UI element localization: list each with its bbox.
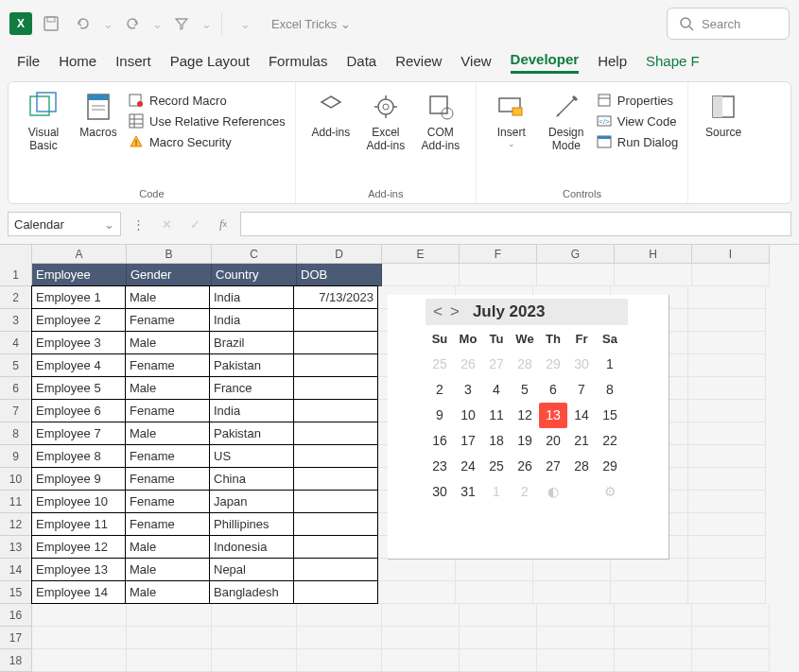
calendar-date[interactable]: 25 bbox=[482, 454, 511, 479]
calendar-next-button[interactable]: > bbox=[448, 302, 461, 321]
calendar-date[interactable]: 10 bbox=[454, 403, 482, 428]
chevron-down-icon[interactable]: ⌄ bbox=[151, 10, 163, 37]
row-header[interactable]: 18 bbox=[0, 649, 32, 672]
calendar-date[interactable]: 19 bbox=[511, 428, 539, 454]
cell[interactable] bbox=[456, 559, 533, 581]
cell[interactable]: Fename bbox=[125, 512, 210, 536]
cell[interactable] bbox=[32, 604, 127, 627]
cell[interactable]: Employee 7 bbox=[31, 422, 126, 445]
cell[interactable] bbox=[533, 559, 611, 581]
fx-icon[interactable]: fx bbox=[212, 213, 234, 235]
qat-customize-icon[interactable]: ⌄ bbox=[232, 10, 258, 37]
cell[interactable] bbox=[692, 627, 770, 649]
calendar-date[interactable]: 1 bbox=[596, 352, 624, 377]
calendar-date[interactable]: 8 bbox=[596, 377, 624, 403]
col-header[interactable]: E bbox=[382, 245, 460, 264]
cell[interactable] bbox=[692, 649, 770, 672]
col-header[interactable]: F bbox=[460, 245, 537, 264]
document-name[interactable]: Excel Tricks ⌄ bbox=[264, 17, 358, 31]
row-header[interactable]: 15 bbox=[0, 581, 32, 604]
cell[interactable] bbox=[537, 264, 615, 286]
tab-file[interactable]: File bbox=[17, 53, 40, 73]
calendar-date[interactable]: 3 bbox=[454, 377, 482, 403]
source-button[interactable]: Source bbox=[698, 88, 749, 141]
cell[interactable]: Employee 2 bbox=[31, 308, 126, 332]
tab-data[interactable]: Data bbox=[346, 53, 376, 73]
cell[interactable] bbox=[688, 491, 766, 513]
tab-home[interactable]: Home bbox=[59, 53, 96, 73]
cell[interactable]: India bbox=[209, 285, 294, 309]
cell[interactable]: Employee 4 bbox=[31, 353, 126, 377]
cell[interactable] bbox=[460, 649, 537, 672]
calendar-date[interactable]: 21 bbox=[567, 428, 596, 454]
cell[interactable]: Fename bbox=[125, 467, 210, 491]
calendar-date[interactable]: 27 bbox=[539, 454, 567, 479]
cell[interactable] bbox=[615, 264, 692, 286]
calendar-date[interactable]: 28 bbox=[511, 352, 539, 377]
row-header[interactable]: 8 bbox=[0, 422, 32, 445]
row-header[interactable]: 16 bbox=[0, 604, 32, 627]
cell[interactable]: Male bbox=[125, 535, 210, 559]
calendar-date[interactable]: 25 bbox=[426, 352, 454, 377]
calendar-date[interactable]: 30 bbox=[567, 352, 596, 377]
cell[interactable]: Male bbox=[125, 376, 210, 400]
tab-developer[interactable]: Developer bbox=[511, 51, 580, 74]
cell[interactable] bbox=[537, 627, 615, 649]
filter-icon[interactable] bbox=[168, 10, 195, 37]
cell[interactable]: Employee 10 bbox=[31, 490, 126, 513]
calendar-date[interactable]: 31 bbox=[454, 479, 482, 505]
cell[interactable] bbox=[293, 444, 378, 468]
cell[interactable] bbox=[293, 535, 378, 559]
calendar-date[interactable]: 16 bbox=[426, 428, 454, 454]
cell[interactable] bbox=[127, 604, 212, 627]
cell[interactable] bbox=[32, 627, 127, 649]
cell[interactable]: Male bbox=[125, 285, 210, 309]
cell[interactable] bbox=[382, 627, 460, 649]
search-input[interactable]: Search bbox=[667, 8, 790, 40]
cell[interactable]: Fename bbox=[125, 490, 210, 513]
name-box[interactable]: Calendar⌄ bbox=[8, 212, 121, 236]
row-header[interactable]: 2 bbox=[0, 286, 32, 309]
tab-view[interactable]: View bbox=[460, 53, 491, 73]
properties-button[interactable]: Properties bbox=[596, 92, 678, 109]
col-header[interactable]: D bbox=[297, 245, 382, 264]
cell[interactable]: Phillipines bbox=[209, 512, 294, 536]
row-header[interactable]: 12 bbox=[0, 513, 32, 536]
calendar-date[interactable]: 12 bbox=[511, 403, 539, 428]
col-header[interactable]: B bbox=[127, 245, 212, 264]
calendar-date[interactable]: 13 bbox=[539, 403, 567, 428]
run-dialog-button[interactable]: Run Dialog bbox=[596, 133, 678, 150]
cell[interactable] bbox=[382, 604, 460, 627]
cell[interactable] bbox=[293, 422, 378, 445]
chevron-down-icon[interactable]: ⌄ bbox=[102, 10, 113, 37]
macros-button[interactable]: Macros bbox=[73, 88, 124, 141]
calendar-date[interactable]: ⚙ bbox=[596, 479, 624, 505]
cell[interactable]: Brazil bbox=[209, 331, 294, 354]
cell[interactable] bbox=[688, 445, 766, 468]
enter-icon[interactable]: ✓ bbox=[183, 213, 206, 235]
table-header-cell[interactable]: DOB bbox=[297, 264, 382, 286]
cell[interactable]: Employee 3 bbox=[31, 331, 126, 354]
cell[interactable] bbox=[692, 604, 770, 627]
cell[interactable] bbox=[212, 649, 297, 672]
calendar-date[interactable]: 29 bbox=[596, 454, 624, 479]
calendar-date[interactable]: 26 bbox=[454, 352, 482, 377]
cell[interactable]: Male bbox=[125, 580, 210, 604]
row-header[interactable]: 17 bbox=[0, 627, 32, 649]
cell[interactable] bbox=[293, 353, 378, 377]
calendar-date[interactable]: 26 bbox=[511, 454, 539, 479]
cell[interactable] bbox=[533, 581, 611, 604]
col-header[interactable]: A bbox=[32, 245, 127, 264]
save-icon[interactable] bbox=[38, 10, 64, 37]
calendar-prev-button[interactable]: < bbox=[431, 302, 444, 321]
row-header[interactable]: 4 bbox=[0, 332, 32, 354]
cell[interactable] bbox=[293, 399, 378, 422]
cell[interactable] bbox=[611, 559, 688, 581]
cell[interactable] bbox=[688, 354, 766, 377]
cell[interactable]: Employee 13 bbox=[31, 558, 126, 581]
cell[interactable] bbox=[615, 649, 692, 672]
cell[interactable] bbox=[212, 604, 297, 627]
calendar-date[interactable]: 7 bbox=[567, 377, 596, 403]
cell[interactable] bbox=[297, 604, 382, 627]
cell[interactable]: France bbox=[209, 376, 294, 400]
